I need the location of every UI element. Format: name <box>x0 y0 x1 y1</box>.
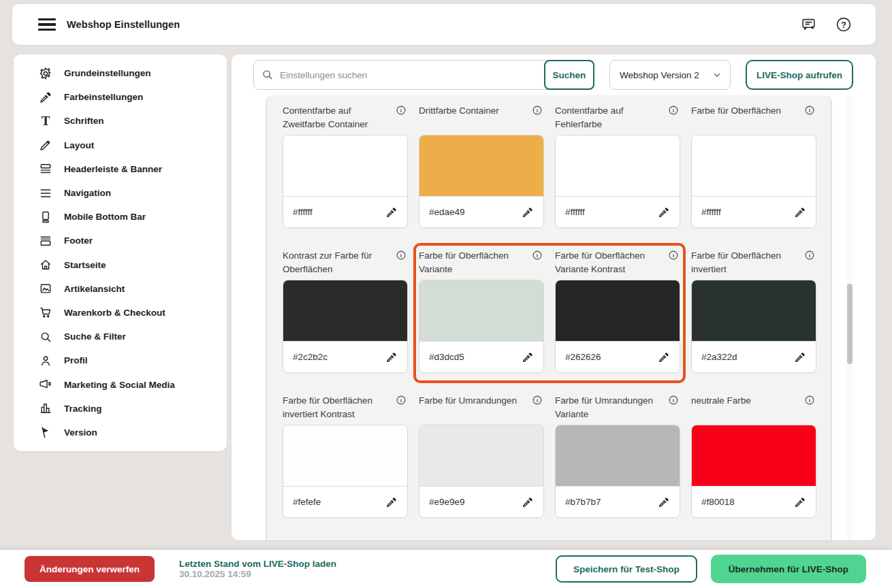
apply-live-shop-button[interactable]: Übernehmen für LIVE-Shop <box>711 555 866 583</box>
color-hex-value: #edae49 <box>429 207 465 217</box>
color-card-box: #ffffff <box>283 135 408 228</box>
color-card-box: #b7b7b7 <box>555 425 680 518</box>
search-icon <box>261 68 274 81</box>
color-swatch[interactable] <box>419 280 543 342</box>
eyedropper-icon[interactable] <box>658 351 670 363</box>
sidebar-item-artikelansicht[interactable]: Artikelansicht <box>14 277 227 301</box>
sidebar-item-label: Profil <box>64 355 88 365</box>
eyedropper-icon[interactable] <box>658 496 670 508</box>
main-panel: Suchen Webshop Version 2 LIVE-Shop aufru… <box>232 54 876 540</box>
sidebar-item-navigation[interactable]: Navigation <box>14 181 227 205</box>
eyedropper-icon[interactable] <box>385 206 398 218</box>
menu-icon[interactable] <box>38 16 56 34</box>
info-icon[interactable] <box>532 250 543 261</box>
search-box: Suchen <box>253 60 594 90</box>
version-select[interactable]: Webshop Version 2 <box>609 60 731 90</box>
eyedropper-icon[interactable] <box>658 206 670 218</box>
sidebar-item-schriften[interactable]: T Schriften <box>14 109 227 133</box>
scrollbar-thumb[interactable] <box>847 284 853 364</box>
magnifier-icon <box>38 330 53 344</box>
footer-action-bar: Änderungen verwerfen Letzten Stand vom L… <box>0 550 892 588</box>
color-swatch[interactable] <box>419 135 543 197</box>
sidebar-item-label: Layout <box>64 140 94 150</box>
sidebar-item-farbeinstellungen[interactable]: Farbeinstellungen <box>14 85 227 109</box>
eyedropper-icon[interactable] <box>794 351 806 363</box>
color-card-box: #ffffff <box>691 135 816 228</box>
eyedropper-icon[interactable] <box>794 206 806 218</box>
save-test-shop-button[interactable]: Speichern für Test-Shop <box>556 555 697 583</box>
sidebar-item-label: Suche & Filter <box>64 331 126 342</box>
sidebar-item-profil[interactable]: Profil <box>14 348 227 372</box>
info-icon[interactable] <box>396 250 407 261</box>
color-swatch[interactable] <box>283 280 407 342</box>
info-icon[interactable] <box>396 395 407 406</box>
user-icon <box>38 354 53 368</box>
color-card-row: Farbe für Oberflächen invertiert Kontras… <box>283 393 831 518</box>
sidebar-item-headerleiste-banner[interactable]: Headerleiste & Banner <box>14 157 227 181</box>
eyedropper-icon[interactable] <box>794 496 806 508</box>
sidebar-item-suche-filter[interactable]: Suche & Filter <box>14 325 227 348</box>
info-icon[interactable] <box>396 105 407 116</box>
discard-changes-button[interactable]: Änderungen verwerfen <box>25 556 155 582</box>
color-hex-row: #2c2b2c <box>283 342 407 372</box>
color-swatch[interactable] <box>692 280 816 342</box>
sidebar-item-footer[interactable]: Footer <box>14 229 227 252</box>
sidebar-item-mobile-bottom-bar[interactable]: Mobile Bottom Bar <box>14 205 227 229</box>
info-icon[interactable] <box>532 395 543 406</box>
settings-scroll-area: Contentfarbe auf Zweitfarbe Container #f… <box>266 95 832 540</box>
info-icon[interactable] <box>668 105 679 116</box>
sidebar-item-version[interactable]: Version <box>14 421 227 444</box>
color-swatch[interactable] <box>556 280 680 342</box>
sidebar-item-label: Startseite <box>64 260 106 270</box>
color-card-box: #2a322d <box>691 280 816 373</box>
sidebar-item-grundeinstellungen[interactable]: Grundeinstellungen <box>14 61 227 85</box>
color-card-box: #edae49 <box>419 135 544 228</box>
sidebar-item-label: Navigation <box>64 188 111 198</box>
color-swatch[interactable] <box>692 135 816 197</box>
info-icon[interactable] <box>804 105 815 116</box>
eyedropper-icon[interactable] <box>522 351 534 363</box>
color-hex-row: #ffffff <box>283 197 407 227</box>
color-card-label: neutrale Farbe <box>691 393 795 408</box>
info-icon[interactable] <box>668 250 679 261</box>
sidebar-item-label: Schriften <box>64 116 104 126</box>
eyedropper-icon[interactable] <box>385 496 398 508</box>
color-card-label: Farbe für Oberflächen invertiert Kontras… <box>283 393 386 421</box>
color-swatch[interactable] <box>556 425 680 487</box>
sidebar-item-tracking[interactable]: Tracking <box>14 397 227 421</box>
color-swatch[interactable] <box>283 425 407 487</box>
search-input[interactable] <box>253 60 594 90</box>
load-live-link[interactable]: Letzten Stand vom LIVE-Shop laden <box>179 559 336 569</box>
color-swatch[interactable] <box>692 425 816 487</box>
help-icon[interactable]: ? <box>835 16 853 33</box>
eyedropper-icon[interactable] <box>522 496 534 508</box>
info-icon[interactable] <box>804 250 815 261</box>
color-hex-row: #e9e9e9 <box>419 487 543 517</box>
color-swatch[interactable] <box>283 135 407 197</box>
live-shop-button[interactable]: LIVE-Shop aufrufen <box>746 60 853 90</box>
header-actions: ? <box>801 16 853 33</box>
color-card: Farbe für Oberflächen #ffffff <box>691 103 816 228</box>
color-hex-value: #b7b7b7 <box>565 497 601 507</box>
color-hex-value: #ffffff <box>565 207 585 217</box>
sidebar-item-layout[interactable]: Layout <box>14 133 227 157</box>
sidebar-item-marketing-social-media[interactable]: Marketing & Social Media <box>14 372 227 396</box>
color-card: Farbe für Oberflächen invertiert Kontras… <box>283 393 408 518</box>
load-live-block: Letzten Stand vom LIVE-Shop laden 30.10.… <box>179 559 336 579</box>
sidebar-item-startseite[interactable]: Startseite <box>14 253 227 277</box>
color-swatch[interactable] <box>419 425 543 487</box>
eyedropper-icon[interactable] <box>522 206 534 218</box>
search-button[interactable]: Suchen <box>544 60 594 90</box>
sidebar-item-warenkorb-checkout[interactable]: Warenkorb & Checkout <box>14 301 227 325</box>
color-card-label: Farbe für Umrandungen <box>419 393 522 408</box>
color-card: Farbe für Oberflächen invertiert #2a322d <box>691 248 816 373</box>
color-swatch[interactable] <box>556 135 680 197</box>
info-icon[interactable] <box>668 395 679 406</box>
version-select-value: Webshop Version 2 <box>620 70 699 80</box>
scrollbar-track[interactable] <box>847 95 853 540</box>
info-icon[interactable] <box>804 395 815 406</box>
feedback-icon[interactable] <box>801 16 817 33</box>
color-card-box: #ffffff <box>555 135 680 228</box>
eyedropper-icon[interactable] <box>385 351 398 363</box>
info-icon[interactable] <box>532 105 543 116</box>
